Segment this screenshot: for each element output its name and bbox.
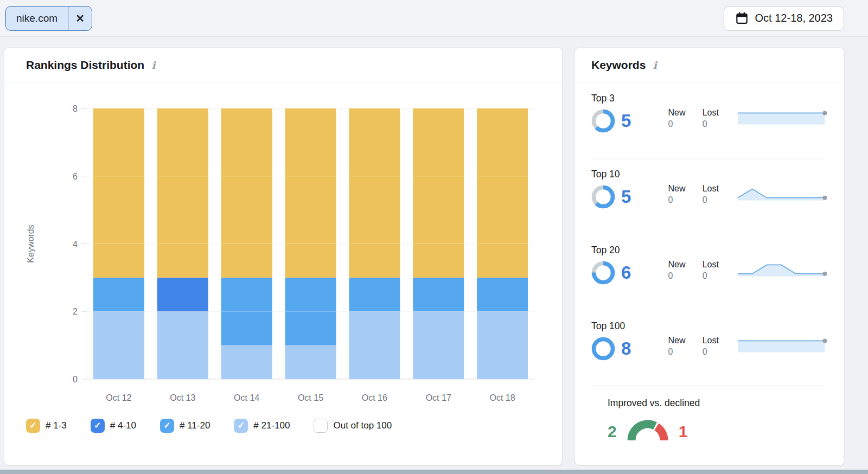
check-icon: ✓	[163, 421, 170, 430]
improved-declined-gauge	[624, 418, 671, 440]
checkbox-unchecked-icon[interactable]	[314, 419, 328, 433]
checkbox-checked-icon[interactable]: ✓	[234, 419, 248, 433]
row-label: Top 10	[591, 169, 668, 180]
checkbox-checked-icon[interactable]: ✓	[91, 419, 105, 433]
main-content: Rankings Distribution i 02468Oct 12Oct 1…	[0, 37, 868, 465]
new-value: 0	[668, 347, 703, 357]
row-value: 8	[621, 338, 631, 359]
check-icon: ✓	[29, 421, 36, 430]
check-icon: ✓	[94, 421, 101, 430]
new-label: New	[668, 336, 703, 345]
row-value: 6	[621, 262, 631, 283]
svg-text:Oct 16: Oct 16	[362, 393, 387, 402]
svg-text:0: 0	[73, 375, 78, 384]
trend-sparkline	[737, 338, 828, 354]
improved-count: 2	[608, 424, 617, 440]
domain-filter-chip[interactable]: nike.com ✕	[5, 6, 92, 31]
keywords-row-top-20: Top 20 6 New 0 Lost 0	[591, 234, 828, 310]
declined-count: 1	[679, 424, 688, 440]
new-label: New	[668, 260, 703, 270]
svg-text:Oct 17: Oct 17	[426, 393, 451, 402]
new-value: 0	[668, 119, 703, 129]
row-value: 5	[621, 111, 631, 131]
improved-vs-declined-section: Improved vs. declined 2 1	[591, 386, 828, 440]
svg-text:8: 8	[73, 104, 78, 113]
close-icon: ✕	[75, 12, 85, 25]
lost-label: Lost	[703, 184, 737, 194]
legend-label: # 11-20	[180, 420, 210, 431]
legend-label: Out of top 100	[333, 420, 392, 431]
lost-label: Lost	[703, 336, 737, 345]
info-icon[interactable]: i	[150, 59, 156, 71]
donut-chart	[591, 261, 615, 285]
row-label: Top 20	[591, 245, 668, 256]
lost-value: 0	[703, 271, 737, 281]
rankings-card-header: Rankings Distribution i	[4, 48, 562, 82]
date-range-button[interactable]: Oct 12-18, 2023	[724, 6, 844, 31]
legend-label: # 21-100	[253, 420, 290, 431]
svg-text:4: 4	[73, 240, 78, 249]
keywords-row-top-10: Top 10 5 New 0 Lost 0	[591, 158, 828, 234]
svg-text:Oct 12: Oct 12	[106, 393, 131, 402]
check-icon: ✓	[238, 421, 245, 430]
row-value: 5	[621, 187, 631, 207]
chip-remove-button[interactable]: ✕	[68, 7, 92, 30]
legend-label: # 1-3	[46, 420, 67, 431]
svg-text:Oct 15: Oct 15	[298, 393, 323, 402]
improved-vs-declined-label: Improved vs. declined	[608, 398, 812, 409]
domain-chip-label: nike.com	[6, 7, 68, 30]
new-label: New	[668, 184, 703, 194]
svg-text:6: 6	[73, 172, 78, 181]
topbar: nike.com ✕ Oct 12-18, 2023	[0, 0, 868, 37]
donut-chart	[591, 337, 615, 361]
svg-text:Oct 13: Oct 13	[170, 393, 195, 402]
checkbox-checked-icon[interactable]: ✓	[26, 419, 40, 433]
svg-text:Oct 14: Oct 14	[234, 393, 259, 402]
lost-label: Lost	[703, 108, 737, 118]
new-label: New	[668, 108, 703, 118]
lost-label: Lost	[703, 260, 737, 270]
keywords-row-top-3: Top 3 5 New 0 Lost 0	[591, 82, 828, 158]
date-range-label: Oct 12-18, 2023	[755, 12, 833, 24]
row-label: Top 3	[591, 93, 668, 104]
chart-legend: ✓ # 1-3 ✓ # 4-10 ✓ # 11-20 ✓ # 21-100 Ou…	[4, 405, 562, 433]
lost-value: 0	[703, 347, 737, 357]
rankings-card-title: Rankings Distribution	[26, 59, 144, 72]
lost-value: 0	[703, 119, 737, 129]
legend-label: # 4-10	[110, 420, 136, 431]
keywords-row-top-100: Top 100 8 New 0 Lost 0	[591, 310, 828, 386]
legend-item-21-100[interactable]: ✓ # 21-100	[234, 419, 290, 433]
trend-sparkline	[737, 262, 828, 278]
donut-chart	[591, 185, 615, 209]
keywords-card-header: Keywords i	[575, 48, 844, 82]
rankings-distribution-card: Rankings Distribution i 02468Oct 12Oct 1…	[4, 48, 562, 465]
svg-text:Oct 18: Oct 18	[490, 393, 515, 402]
legend-item-11-20[interactable]: ✓ # 11-20	[160, 419, 210, 433]
svg-text:2: 2	[73, 307, 78, 316]
keywords-card: Keywords i Top 3 5 New 0 Lost 0	[575, 48, 844, 465]
donut-chart	[591, 109, 615, 133]
svg-text:Keywords: Keywords	[26, 225, 35, 262]
trend-sparkline	[737, 186, 828, 202]
new-value: 0	[668, 271, 703, 281]
legend-item-4-10[interactable]: ✓ # 4-10	[91, 419, 136, 433]
checkbox-checked-icon[interactable]: ✓	[160, 419, 174, 433]
info-icon[interactable]: i	[652, 59, 658, 71]
trend-sparkline	[737, 110, 828, 126]
row-label: Top 100	[591, 321, 668, 332]
rankings-stacked-bar-chart: 02468Oct 12Oct 13Oct 14Oct 15Oct 16Oct 1…	[9, 90, 558, 405]
keywords-rows: Top 3 5 New 0 Lost 0	[575, 82, 844, 440]
calendar-icon	[735, 11, 749, 25]
lost-value: 0	[703, 195, 737, 205]
keywords-card-title: Keywords	[591, 59, 646, 72]
legend-item-out-of-top-100[interactable]: Out of top 100	[314, 419, 392, 433]
legend-item-1-3[interactable]: ✓ # 1-3	[26, 419, 67, 433]
new-value: 0	[668, 195, 703, 205]
bottom-strip	[0, 470, 868, 474]
